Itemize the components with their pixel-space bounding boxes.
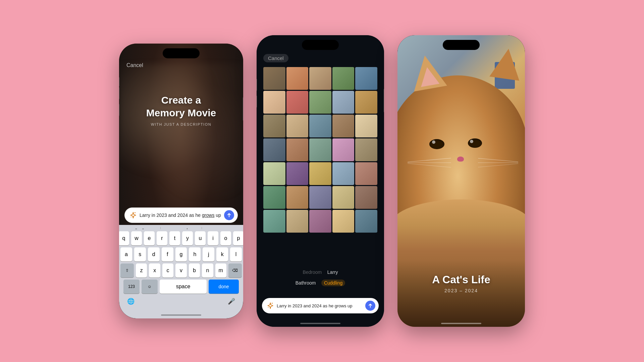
key-b[interactable]: b bbox=[189, 263, 200, 278]
photo-1 bbox=[263, 67, 285, 90]
photo-7 bbox=[286, 91, 309, 114]
cancel-button-2[interactable]: Cancel bbox=[263, 54, 288, 62]
key-d[interactable]: d bbox=[148, 247, 160, 261]
key-j[interactable]: j bbox=[203, 247, 214, 261]
keyboard-row-3: ⇧ z x c v b n m ⌫ bbox=[120, 263, 242, 278]
silent-switch[interactable] bbox=[119, 77, 119, 86]
submit-button[interactable] bbox=[224, 210, 234, 220]
phone-3: A Cat's Life 2023 – 2024 bbox=[397, 35, 525, 327]
photo-28 bbox=[309, 186, 331, 209]
emoji-key[interactable]: ☺ bbox=[142, 280, 158, 294]
phone2-input-bar[interactable]: Larry in 2023 and 2024 as he grows up bbox=[262, 298, 379, 313]
cat-life-title: A Cat's Life bbox=[397, 274, 525, 286]
phone1-blurred-photos bbox=[119, 64, 243, 198]
keyboard-row-1: q w e r t y u i o p bbox=[120, 231, 242, 245]
key-n[interactable]: n bbox=[202, 263, 213, 278]
mic-icon[interactable]: 🎤 bbox=[228, 298, 235, 305]
year-range: 2023 – 2024 bbox=[397, 288, 525, 293]
num-key[interactable]: 123 bbox=[123, 280, 140, 294]
key-z[interactable]: z bbox=[136, 263, 147, 278]
delete-key[interactable]: ⌫ bbox=[228, 263, 242, 278]
key-t[interactable]: t bbox=[169, 231, 180, 245]
key-v[interactable]: v bbox=[175, 263, 186, 278]
phone3-cat-ear-right bbox=[489, 47, 524, 81]
photo-2 bbox=[286, 67, 309, 90]
volume-up-button-2[interactable] bbox=[257, 79, 257, 91]
photo-21 bbox=[263, 162, 285, 185]
svg-point-2 bbox=[272, 303, 273, 304]
phone3-cat-nose bbox=[457, 157, 464, 162]
photo-grid bbox=[263, 67, 377, 233]
tags-area: Bedroom Larry Bathroom Cuddling bbox=[257, 267, 384, 288]
photo-23 bbox=[309, 162, 331, 185]
keyboard-accessory-row: 🌐 🎤 bbox=[120, 296, 242, 305]
photo-12 bbox=[286, 115, 309, 137]
volume-down-button-2[interactable] bbox=[257, 96, 257, 108]
photo-16 bbox=[263, 138, 285, 161]
dynamic-island-3 bbox=[443, 40, 480, 50]
photo-22 bbox=[286, 162, 309, 185]
photo-9 bbox=[332, 91, 355, 114]
key-m[interactable]: m bbox=[215, 263, 226, 278]
tag-bathroom[interactable]: Bathroom bbox=[296, 280, 316, 286]
tag-bedroom[interactable]: Bedroom bbox=[303, 269, 322, 275]
key-g[interactable]: g bbox=[175, 247, 187, 261]
tag-cuddling[interactable]: Cuddling bbox=[321, 280, 345, 286]
photo-32 bbox=[286, 210, 309, 233]
key-s[interactable]: s bbox=[134, 247, 146, 261]
tag-larry[interactable]: Larry bbox=[327, 269, 338, 275]
key-q[interactable]: q bbox=[119, 231, 129, 245]
key-f[interactable]: f bbox=[162, 247, 173, 261]
key-o[interactable]: o bbox=[220, 231, 231, 245]
phone2-input-text: Larry in 2023 and 2024 as he grows up bbox=[277, 303, 365, 308]
photo-11 bbox=[263, 115, 285, 137]
key-w[interactable]: w bbox=[131, 231, 142, 245]
key-k[interactable]: k bbox=[216, 247, 228, 261]
power-button-2[interactable] bbox=[384, 89, 384, 112]
text-input-bar[interactable]: Larry in 2023 and 2024 as he grows up bbox=[124, 207, 238, 223]
page-subtitle: WITH JUST A DESCRIPTION bbox=[119, 122, 243, 126]
key-x[interactable]: x bbox=[149, 263, 160, 278]
home-indicator-3 bbox=[441, 323, 481, 324]
shift-key[interactable]: ⇧ bbox=[120, 263, 134, 278]
globe-icon[interactable]: 🌐 bbox=[127, 298, 135, 305]
key-c[interactable]: c bbox=[162, 263, 173, 278]
phone2-submit-button[interactable] bbox=[365, 301, 375, 311]
photo-8 bbox=[309, 91, 331, 114]
sparkle-icon bbox=[129, 212, 137, 219]
photo-30 bbox=[355, 186, 377, 209]
dynamic-island-2 bbox=[302, 40, 339, 50]
photo-29 bbox=[332, 186, 355, 209]
key-u[interactable]: u bbox=[195, 231, 206, 245]
key-e[interactable]: e bbox=[144, 231, 155, 245]
photo-34 bbox=[332, 210, 355, 233]
title-area: Create a Memory Movie WITH JUST A DESCRI… bbox=[119, 94, 243, 126]
phone3-cat-eye-left bbox=[429, 139, 444, 149]
home-indicator-2 bbox=[300, 323, 340, 324]
photo-19 bbox=[332, 138, 355, 161]
photo-6 bbox=[263, 91, 285, 114]
key-r[interactable]: r bbox=[157, 231, 167, 245]
underline-word: grows bbox=[202, 213, 214, 218]
keyboard-row-4: 123 ☺ space done bbox=[120, 280, 242, 294]
svg-point-3 bbox=[268, 307, 269, 308]
arrow-up-icon-2 bbox=[368, 303, 373, 308]
key-h[interactable]: h bbox=[189, 247, 201, 261]
space-key[interactable]: space bbox=[160, 280, 207, 294]
photo-33 bbox=[309, 210, 331, 233]
key-l[interactable]: l bbox=[230, 247, 242, 261]
key-a[interactable]: a bbox=[120, 247, 132, 261]
key-p[interactable]: p bbox=[233, 231, 243, 245]
cancel-button[interactable]: Cancel bbox=[126, 62, 143, 68]
phone3-cat-eye-right bbox=[468, 138, 482, 148]
photo-31 bbox=[263, 210, 285, 233]
phone3-dark-overlay bbox=[397, 260, 525, 327]
phone-1: Cancel Create a Memory Movie WITH JUST A… bbox=[119, 44, 243, 318]
key-i[interactable]: i bbox=[208, 231, 218, 245]
done-key[interactable]: done bbox=[209, 280, 239, 294]
photo-24 bbox=[332, 162, 355, 185]
photo-13 bbox=[309, 115, 331, 137]
key-y[interactable]: y bbox=[182, 231, 193, 245]
photo-10 bbox=[355, 91, 377, 114]
page-title: Create a Memory Movie bbox=[119, 94, 243, 119]
